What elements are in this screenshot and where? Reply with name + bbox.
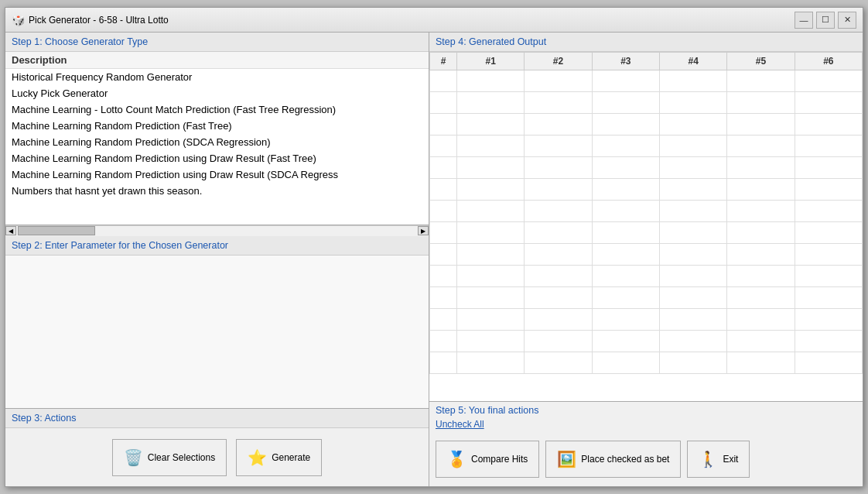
hscroll-thumb[interactable] <box>18 226 95 235</box>
generate-button[interactable]: ⭐ Generate <box>236 439 322 476</box>
row-data-cell <box>525 157 592 179</box>
list-item[interactable]: Historical Frequency Random Generator <box>5 69 429 85</box>
row-data-cell <box>592 266 659 287</box>
row-data-cell <box>457 157 525 179</box>
title-bar-buttons: — ☐ ✕ <box>795 12 856 29</box>
list-item[interactable]: Machine Learning - Lotto Count Match Pre… <box>5 101 429 118</box>
row-data-cell <box>795 331 862 352</box>
row-index-cell <box>430 352 457 374</box>
table-row <box>430 70 863 92</box>
row-data-cell <box>727 157 795 179</box>
hscroll-right-arrow[interactable]: ▶ <box>418 226 429 235</box>
row-data-cell <box>659 114 726 136</box>
row-data-cell <box>659 136 726 157</box>
row-data-cell <box>659 309 726 331</box>
row-data-cell <box>457 114 525 136</box>
list-item[interactable]: Machine Learning Random Prediction using… <box>5 150 429 166</box>
col-1: #1 <box>457 53 525 70</box>
row-index-cell <box>430 244 457 266</box>
row-data-cell <box>525 136 592 157</box>
hscroll-left-arrow[interactable]: ◀ <box>5 226 16 235</box>
row-data-cell <box>457 309 525 331</box>
output-table-container[interactable]: # #1 #2 #3 #4 #5 #6 <box>429 52 863 401</box>
row-index-cell <box>430 287 457 309</box>
exit-button[interactable]: 🚶 Exit <box>687 441 750 478</box>
step5-buttons: 🏅 Compare Hits 🖼️ Place checked as bet 🚶… <box>436 431 856 483</box>
row-data-cell <box>525 70 592 92</box>
row-data-cell <box>525 222 592 244</box>
step3-header: Step 3: Actions <box>5 409 429 428</box>
place-bet-button[interactable]: 🖼️ Place checked as bet <box>545 441 681 478</box>
row-data-cell <box>795 201 862 222</box>
list-item[interactable]: Machine Learning Random Prediction (Fast… <box>5 118 429 134</box>
row-data-cell <box>795 287 862 309</box>
output-table-body <box>430 70 863 374</box>
row-data-cell <box>525 201 592 222</box>
row-data-cell <box>727 287 795 309</box>
step2-header: Step 2: Enter Parameter for the Chosen G… <box>5 236 429 256</box>
compare-icon: 🏅 <box>447 451 466 467</box>
clear-selections-button[interactable]: 🗑️ Clear Selections <box>112 439 227 476</box>
list-item[interactable]: Machine Learning Random Prediction (SDCA… <box>5 134 429 150</box>
generate-label: Generate <box>272 452 310 463</box>
col-4: #4 <box>659 53 726 70</box>
list-item[interactable]: Lucky Pick Generator <box>5 85 429 101</box>
row-index-cell <box>430 222 457 244</box>
row-data-cell <box>525 114 592 136</box>
col-5: #5 <box>727 53 795 70</box>
row-index-cell <box>430 136 457 157</box>
generator-list[interactable]: Description Historical Frequency Random … <box>5 52 429 225</box>
table-row <box>430 157 863 179</box>
uncheck-all-link[interactable]: Uncheck All <box>436 417 856 431</box>
row-data-cell <box>592 222 659 244</box>
row-data-cell <box>659 201 726 222</box>
row-data-cell <box>592 136 659 157</box>
col-6: #6 <box>795 53 862 70</box>
row-data-cell <box>727 222 795 244</box>
row-data-cell <box>592 179 659 201</box>
generator-list-container: Description Historical Frequency Random … <box>5 52 429 225</box>
row-data-cell <box>727 114 795 136</box>
row-data-cell <box>727 201 795 222</box>
row-data-cell <box>727 179 795 201</box>
exit-label: Exit <box>723 454 738 465</box>
row-data-cell <box>592 309 659 331</box>
close-button[interactable]: ✕ <box>838 12 856 29</box>
table-row <box>430 244 863 266</box>
step2-content <box>5 256 429 409</box>
row-data-cell <box>525 266 592 287</box>
minimize-button[interactable]: — <box>795 12 813 29</box>
row-data-cell <box>525 179 592 201</box>
row-data-cell <box>592 70 659 92</box>
output-table-head: # #1 #2 #3 #4 #5 #6 <box>430 53 863 70</box>
step2-section: Step 2: Enter Parameter for the Chosen G… <box>5 236 429 410</box>
row-data-cell <box>727 266 795 287</box>
output-table-header-row: # #1 #2 #3 #4 #5 #6 <box>430 53 863 70</box>
step3-content: 🗑️ Clear Selections ⭐ Generate <box>5 428 429 486</box>
row-index-cell <box>430 309 457 331</box>
row-data-cell <box>592 331 659 352</box>
row-data-cell <box>659 331 726 352</box>
row-index-cell <box>430 114 457 136</box>
row-index-cell <box>430 70 457 92</box>
list-item[interactable]: Numbers that hasnt yet drawn this season… <box>5 183 429 199</box>
row-data-cell <box>592 201 659 222</box>
row-data-cell <box>659 70 726 92</box>
list-item[interactable]: Machine Learning Random Prediction using… <box>5 166 429 183</box>
row-data-cell <box>457 179 525 201</box>
row-index-cell <box>430 157 457 179</box>
row-data-cell <box>525 244 592 266</box>
row-data-cell <box>457 92 525 114</box>
row-data-cell <box>795 222 862 244</box>
row-data-cell <box>659 287 726 309</box>
step3-section: Step 3: Actions 🗑️ Clear Selections ⭐ Ge… <box>5 409 429 486</box>
place-bet-label: Place checked as bet <box>581 454 669 465</box>
row-data-cell <box>727 136 795 157</box>
row-data-cell <box>659 179 726 201</box>
row-data-cell <box>795 266 862 287</box>
maximize-button[interactable]: ☐ <box>816 12 835 29</box>
row-data-cell <box>795 179 862 201</box>
row-data-cell <box>659 244 726 266</box>
row-data-cell <box>659 266 726 287</box>
compare-hits-button[interactable]: 🏅 Compare Hits <box>436 441 539 478</box>
